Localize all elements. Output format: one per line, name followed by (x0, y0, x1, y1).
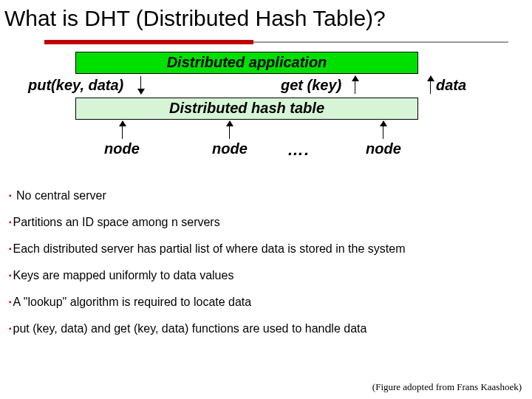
bullet-text: put (key, data) and get (key, data) func… (13, 322, 367, 335)
bullet-text: Partitions an ID space among n servers (13, 216, 220, 228)
bullet-icon: ▪ (9, 245, 12, 253)
bullet-icon: ▪ (9, 271, 12, 279)
arrow-node1-up (122, 121, 123, 139)
node-1: node (81, 140, 163, 160)
bullet-1: ▪ No central server (9, 188, 520, 203)
bullet-2: ▪Partitions an ID space among n servers (9, 215, 520, 230)
divider (44, 40, 508, 44)
bullet-text: Each distributed server has partial list… (13, 242, 406, 255)
divider-gray (253, 41, 508, 43)
bullet-list: ▪ No central server ▪Partitions an ID sp… (9, 188, 520, 336)
divider-red (44, 40, 253, 44)
bullet-3: ▪Each distributed server has partial lis… (9, 242, 520, 256)
bullet-icon: ▪ (9, 218, 12, 226)
bullet-5: ▪A "lookup" algorithm is required to loc… (9, 295, 520, 310)
slide-title: What is DHT (Distributed Hash Table)? (0, 0, 532, 34)
bullet-icon: ▪ (9, 191, 12, 200)
box-distributed-application: Distributed application (75, 52, 418, 74)
box-distributed-hash-table: Distributed hash table (75, 98, 418, 120)
node-2: node (189, 140, 270, 160)
bullet-4: ▪Keys are mapped uniformly to data value… (9, 268, 520, 283)
credit-text: (Figure adopted from Frans Kaashoek) (372, 381, 522, 393)
bullet-text: No central server (13, 189, 106, 202)
bullet-6: ▪put (key, data) and get (key, data) fun… (9, 321, 520, 336)
arrow-node4-up (383, 121, 383, 139)
label-put: put(key, data) (28, 77, 123, 94)
arrow-put-down (140, 76, 141, 94)
arrow-data-up (430, 76, 431, 94)
diagram: Distributed application Distributed hash… (22, 52, 510, 188)
bullet-text: A "lookup" algorithm is required to loca… (13, 296, 252, 308)
bullet-text: Keys are mapped uniformly to data values (13, 269, 234, 282)
node-dots: …. (276, 140, 321, 160)
node-4: node (343, 140, 424, 160)
bullet-icon: ▪ (9, 324, 12, 332)
arrow-get-up (355, 76, 355, 94)
label-get: get (key) (281, 77, 341, 94)
label-data: data (436, 77, 466, 94)
arrow-node2-up (229, 121, 230, 139)
bullet-icon: ▪ (9, 298, 12, 306)
